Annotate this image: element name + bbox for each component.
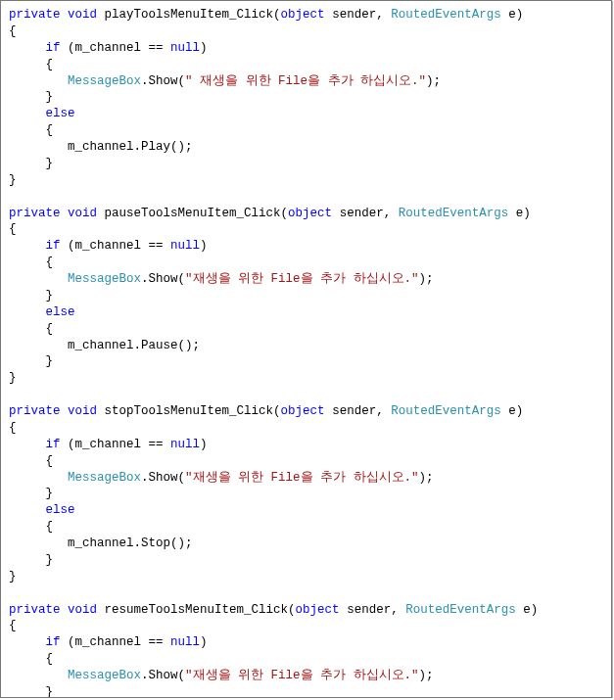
keyword-null: null — [170, 239, 200, 253]
condition: (m_channel == — [61, 635, 171, 649]
brace-open: { — [46, 58, 54, 71]
param-sender: sender, — [325, 404, 392, 418]
param-e: e) — [508, 207, 531, 220]
keyword-void: void — [68, 404, 97, 418]
brace-open: { — [46, 123, 54, 137]
keyword-private: private — [9, 404, 61, 418]
string-literal: "재생을 위한 File을 추가 하십시오." — [185, 471, 419, 485]
brace-open: { — [9, 24, 17, 38]
brace-open: { — [46, 520, 54, 534]
call-statement: m_channel.Play(); — [68, 140, 193, 154]
code-block: private void playToolsMenuItem_Click(obj… — [0, 0, 612, 698]
close-paren: ) — [200, 438, 208, 451]
type-routedeventargs: RoutedEventArgs — [391, 8, 501, 22]
brace-close: } — [9, 371, 17, 385]
keyword-object: object — [281, 8, 325, 22]
keyword-void: void — [68, 8, 97, 22]
keyword-private: private — [9, 603, 61, 617]
brace-open: { — [46, 652, 54, 666]
show-open: .Show( — [141, 74, 185, 88]
condition: (m_channel == — [61, 41, 171, 55]
param-sender: sender, — [332, 207, 399, 220]
close-paren: ) — [200, 41, 208, 55]
close-paren: ) — [200, 635, 208, 649]
keyword-null: null — [170, 635, 200, 649]
condition: (m_channel == — [61, 438, 171, 451]
keyword-if: if — [46, 438, 61, 451]
param-e: e) — [501, 404, 524, 418]
string-literal: "재생을 위한 File을 추가 하십시오." — [185, 272, 419, 286]
brace-open: { — [9, 421, 17, 435]
condition: (m_channel == — [61, 239, 171, 253]
show-open: .Show( — [141, 272, 185, 286]
method-block: private void stopToolsMenuItem_Click(obj… — [9, 404, 523, 583]
param-e: e) — [501, 8, 524, 22]
keyword-if: if — [46, 41, 61, 55]
brace-open: { — [46, 322, 54, 336]
show-open: .Show( — [141, 669, 185, 682]
brace-close: } — [46, 157, 54, 170]
keyword-null: null — [170, 438, 200, 451]
method-block: private void resumeToolsMenuItem_Click(o… — [9, 603, 538, 699]
call-statement: m_channel.Stop(); — [68, 537, 193, 550]
keyword-if: if — [46, 239, 61, 253]
string-literal: " 재생을 위한 File을 추가 하십시오." — [185, 74, 426, 88]
method-block: private void playToolsMenuItem_Click(obj… — [9, 8, 523, 187]
brace-open: { — [9, 222, 17, 236]
type-messagebox: MessageBox — [68, 272, 141, 286]
brace-close: } — [46, 685, 54, 698]
show-close: ); — [426, 74, 441, 88]
brace-close: } — [46, 354, 54, 368]
keyword-private: private — [9, 8, 61, 22]
brace-open: { — [9, 619, 17, 632]
brace-close: } — [46, 487, 54, 500]
param-sender: sender, — [340, 603, 406, 617]
keyword-void: void — [68, 207, 97, 220]
type-routedeventargs: RoutedEventArgs — [405, 603, 516, 617]
brace-open: { — [46, 256, 54, 269]
keyword-object: object — [281, 404, 325, 418]
method-block: private void pauseToolsMenuItem_Click(ob… — [9, 207, 531, 386]
paren-open: ( — [281, 207, 289, 220]
type-messagebox: MessageBox — [68, 669, 141, 682]
keyword-null: null — [170, 41, 200, 55]
show-close: ); — [419, 471, 434, 485]
paren-open: ( — [288, 603, 296, 617]
keyword-object: object — [288, 207, 332, 220]
keyword-private: private — [9, 207, 61, 220]
paren-open: ( — [273, 404, 281, 418]
method-name: resumeToolsMenuItem_Click — [105, 603, 289, 617]
type-messagebox: MessageBox — [68, 471, 141, 485]
paren-open: ( — [273, 8, 281, 22]
keyword-if: if — [46, 635, 61, 649]
show-open: .Show( — [141, 471, 185, 485]
method-name: playToolsMenuItem_Click — [105, 8, 274, 22]
param-sender: sender, — [325, 8, 392, 22]
keyword-else: else — [46, 107, 75, 120]
keyword-else: else — [46, 305, 75, 319]
param-e: e) — [516, 603, 539, 617]
method-name: stopToolsMenuItem_Click — [105, 404, 274, 418]
brace-close: } — [9, 173, 17, 187]
brace-close: } — [9, 570, 17, 583]
brace-open: { — [46, 454, 54, 468]
show-close: ); — [419, 272, 434, 286]
brace-close: } — [46, 90, 54, 104]
keyword-void: void — [68, 603, 97, 617]
show-close: ); — [419, 669, 434, 682]
keyword-else: else — [46, 503, 75, 517]
string-literal: "재생을 위한 File을 추가 하십시오." — [185, 669, 419, 682]
type-routedeventargs: RoutedEventArgs — [399, 207, 509, 220]
type-messagebox: MessageBox — [68, 74, 141, 88]
method-name: pauseToolsMenuItem_Click — [105, 207, 281, 220]
keyword-object: object — [296, 603, 340, 617]
brace-close: } — [46, 289, 54, 303]
close-paren: ) — [200, 239, 208, 253]
type-routedeventargs: RoutedEventArgs — [391, 404, 501, 418]
brace-close: } — [46, 553, 54, 567]
call-statement: m_channel.Pause(); — [68, 339, 200, 352]
